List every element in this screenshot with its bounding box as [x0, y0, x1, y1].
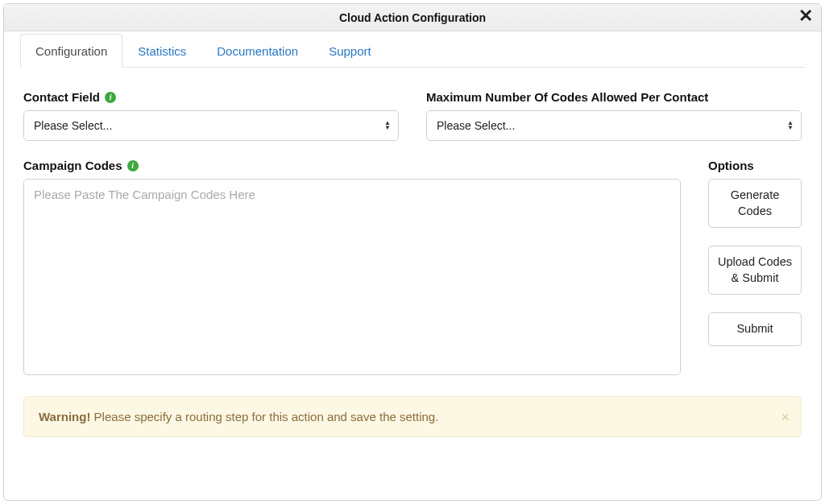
form-row-main: Campaign Codes i Options Generate Codes …: [23, 159, 802, 378]
campaign-codes-label-text: Campaign Codes: [23, 159, 122, 172]
dialog-title: Cloud Action Configuration: [339, 11, 486, 24]
warning-alert: Warning! Please specify a routing step f…: [23, 396, 802, 437]
max-codes-select-wrap: Please Select... ▲▼: [426, 110, 802, 141]
tab-statistics[interactable]: Statistics: [122, 34, 201, 68]
tabs-container: Configuration Statistics Documentation S…: [4, 34, 821, 68]
contact-field-label-text: Contact Field: [23, 90, 100, 104]
info-icon[interactable]: i: [127, 160, 139, 171]
dialog: Cloud Action Configuration ✕ Configurati…: [3, 3, 822, 501]
campaign-codes-textarea[interactable]: [23, 179, 681, 375]
info-icon[interactable]: i: [105, 92, 116, 103]
close-icon[interactable]: ✕: [798, 7, 813, 25]
warning-alert-strong: Warning!: [39, 410, 90, 423]
tab-support[interactable]: Support: [313, 34, 387, 68]
contact-field-group: Contact Field i Please Select... ▲▼: [23, 90, 399, 141]
tab-documentation[interactable]: Documentation: [201, 34, 313, 68]
contact-field-select-wrap: Please Select... ▲▼: [23, 110, 399, 141]
campaign-codes-label: Campaign Codes i: [23, 159, 681, 172]
max-codes-label: Maximum Number Of Codes Allowed Per Cont…: [426, 90, 802, 104]
tab-content: Contact Field i Please Select... ▲▼ Maxi…: [4, 68, 821, 453]
options-label: Options: [708, 159, 802, 172]
max-codes-label-text: Maximum Number Of Codes Allowed Per Cont…: [426, 90, 708, 104]
contact-field-label: Contact Field i: [23, 90, 399, 104]
options-group: Options Generate Codes Upload Codes & Su…: [708, 159, 802, 378]
max-codes-select[interactable]: Please Select...: [426, 110, 802, 141]
warning-alert-text: Please specify a routing step for this a…: [90, 410, 438, 423]
submit-button[interactable]: Submit: [708, 312, 802, 346]
contact-field-select[interactable]: Please Select...: [23, 110, 399, 141]
campaign-codes-group: Campaign Codes i: [23, 159, 681, 378]
form-row-top: Contact Field i Please Select... ▲▼ Maxi…: [23, 90, 802, 141]
dialog-header: Cloud Action Configuration ✕: [4, 4, 821, 31]
alert-close-icon[interactable]: ×: [781, 408, 790, 425]
generate-codes-button[interactable]: Generate Codes: [708, 179, 802, 228]
tabs: Configuration Statistics Documentation S…: [20, 34, 805, 68]
tab-configuration[interactable]: Configuration: [20, 34, 122, 68]
upload-codes-submit-button[interactable]: Upload Codes & Submit: [708, 246, 802, 295]
max-codes-group: Maximum Number Of Codes Allowed Per Cont…: [426, 90, 802, 141]
